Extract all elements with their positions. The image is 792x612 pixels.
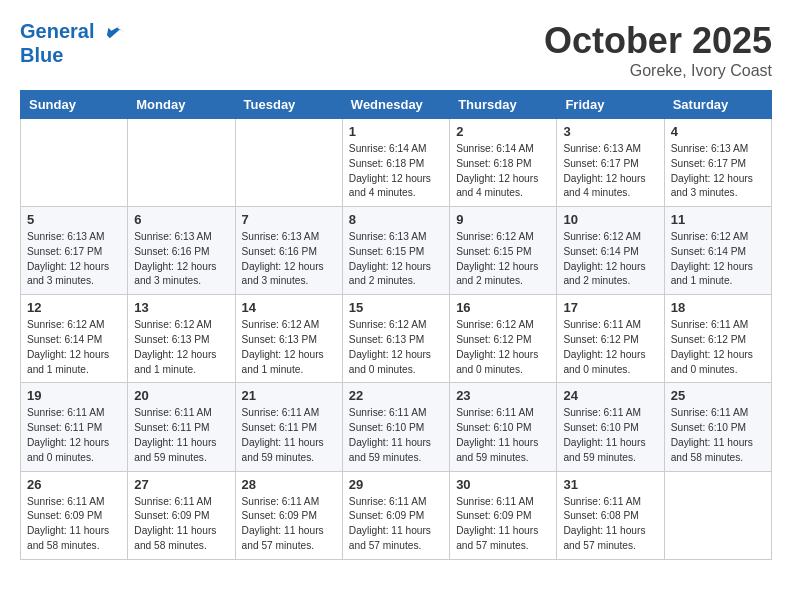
day-number: 13: [134, 300, 228, 315]
day-number: 8: [349, 212, 443, 227]
calendar-cell: 26Sunrise: 6:11 AM Sunset: 6:09 PM Dayli…: [21, 471, 128, 559]
logo: General Blue: [20, 20, 126, 66]
day-info: Sunrise: 6:12 AM Sunset: 6:15 PM Dayligh…: [456, 230, 550, 289]
day-info: Sunrise: 6:11 AM Sunset: 6:11 PM Dayligh…: [27, 406, 121, 465]
day-number: 2: [456, 124, 550, 139]
day-number: 3: [563, 124, 657, 139]
day-info: Sunrise: 6:13 AM Sunset: 6:16 PM Dayligh…: [242, 230, 336, 289]
title-block: October 2025 Goreke, Ivory Coast: [544, 20, 772, 80]
day-info: Sunrise: 6:12 AM Sunset: 6:13 PM Dayligh…: [134, 318, 228, 377]
page-header: General Blue October 2025 Goreke, Ivory …: [20, 20, 772, 80]
day-info: Sunrise: 6:12 AM Sunset: 6:14 PM Dayligh…: [563, 230, 657, 289]
calendar-cell: 31Sunrise: 6:11 AM Sunset: 6:08 PM Dayli…: [557, 471, 664, 559]
day-number: 17: [563, 300, 657, 315]
day-info: Sunrise: 6:11 AM Sunset: 6:10 PM Dayligh…: [671, 406, 765, 465]
weekday-header-tuesday: Tuesday: [235, 91, 342, 119]
weekday-header-sunday: Sunday: [21, 91, 128, 119]
calendar-cell: 7Sunrise: 6:13 AM Sunset: 6:16 PM Daylig…: [235, 207, 342, 295]
calendar-cell: 17Sunrise: 6:11 AM Sunset: 6:12 PM Dayli…: [557, 295, 664, 383]
calendar-cell: 3Sunrise: 6:13 AM Sunset: 6:17 PM Daylig…: [557, 119, 664, 207]
day-info: Sunrise: 6:11 AM Sunset: 6:12 PM Dayligh…: [563, 318, 657, 377]
day-number: 20: [134, 388, 228, 403]
day-number: 15: [349, 300, 443, 315]
calendar-cell: 24Sunrise: 6:11 AM Sunset: 6:10 PM Dayli…: [557, 383, 664, 471]
calendar-week-5: 26Sunrise: 6:11 AM Sunset: 6:09 PM Dayli…: [21, 471, 772, 559]
day-info: Sunrise: 6:11 AM Sunset: 6:09 PM Dayligh…: [134, 495, 228, 554]
calendar-cell: 19Sunrise: 6:11 AM Sunset: 6:11 PM Dayli…: [21, 383, 128, 471]
day-number: 16: [456, 300, 550, 315]
calendar-cell: [128, 119, 235, 207]
calendar-cell: 11Sunrise: 6:12 AM Sunset: 6:14 PM Dayli…: [664, 207, 771, 295]
day-number: 11: [671, 212, 765, 227]
calendar-cell: 6Sunrise: 6:13 AM Sunset: 6:16 PM Daylig…: [128, 207, 235, 295]
calendar-cell: 2Sunrise: 6:14 AM Sunset: 6:18 PM Daylig…: [450, 119, 557, 207]
weekday-header-friday: Friday: [557, 91, 664, 119]
day-number: 28: [242, 477, 336, 492]
day-info: Sunrise: 6:12 AM Sunset: 6:12 PM Dayligh…: [456, 318, 550, 377]
calendar-cell: 18Sunrise: 6:11 AM Sunset: 6:12 PM Dayli…: [664, 295, 771, 383]
day-number: 25: [671, 388, 765, 403]
day-number: 30: [456, 477, 550, 492]
calendar-cell: 30Sunrise: 6:11 AM Sunset: 6:09 PM Dayli…: [450, 471, 557, 559]
day-info: Sunrise: 6:13 AM Sunset: 6:17 PM Dayligh…: [563, 142, 657, 201]
calendar-cell: 22Sunrise: 6:11 AM Sunset: 6:10 PM Dayli…: [342, 383, 449, 471]
weekday-header-wednesday: Wednesday: [342, 91, 449, 119]
day-info: Sunrise: 6:14 AM Sunset: 6:18 PM Dayligh…: [349, 142, 443, 201]
weekday-header-thursday: Thursday: [450, 91, 557, 119]
day-info: Sunrise: 6:11 AM Sunset: 6:12 PM Dayligh…: [671, 318, 765, 377]
calendar-cell: 27Sunrise: 6:11 AM Sunset: 6:09 PM Dayli…: [128, 471, 235, 559]
calendar-cell: 9Sunrise: 6:12 AM Sunset: 6:15 PM Daylig…: [450, 207, 557, 295]
day-info: Sunrise: 6:12 AM Sunset: 6:14 PM Dayligh…: [27, 318, 121, 377]
calendar-cell: 28Sunrise: 6:11 AM Sunset: 6:09 PM Dayli…: [235, 471, 342, 559]
day-info: Sunrise: 6:12 AM Sunset: 6:13 PM Dayligh…: [349, 318, 443, 377]
calendar-cell: 20Sunrise: 6:11 AM Sunset: 6:11 PM Dayli…: [128, 383, 235, 471]
calendar-week-3: 12Sunrise: 6:12 AM Sunset: 6:14 PM Dayli…: [21, 295, 772, 383]
day-info: Sunrise: 6:11 AM Sunset: 6:11 PM Dayligh…: [134, 406, 228, 465]
day-number: 31: [563, 477, 657, 492]
day-number: 18: [671, 300, 765, 315]
day-number: 5: [27, 212, 121, 227]
day-number: 7: [242, 212, 336, 227]
day-number: 12: [27, 300, 121, 315]
calendar-table: SundayMondayTuesdayWednesdayThursdayFrid…: [20, 90, 772, 560]
day-number: 22: [349, 388, 443, 403]
calendar-cell: 14Sunrise: 6:12 AM Sunset: 6:13 PM Dayli…: [235, 295, 342, 383]
calendar-cell: 21Sunrise: 6:11 AM Sunset: 6:11 PM Dayli…: [235, 383, 342, 471]
day-number: 24: [563, 388, 657, 403]
weekday-header-row: SundayMondayTuesdayWednesdayThursdayFrid…: [21, 91, 772, 119]
logo-blue: Blue: [20, 44, 126, 66]
day-info: Sunrise: 6:11 AM Sunset: 6:09 PM Dayligh…: [456, 495, 550, 554]
weekday-header-monday: Monday: [128, 91, 235, 119]
day-number: 10: [563, 212, 657, 227]
day-info: Sunrise: 6:11 AM Sunset: 6:09 PM Dayligh…: [349, 495, 443, 554]
calendar-week-2: 5Sunrise: 6:13 AM Sunset: 6:17 PM Daylig…: [21, 207, 772, 295]
day-info: Sunrise: 6:13 AM Sunset: 6:15 PM Dayligh…: [349, 230, 443, 289]
day-info: Sunrise: 6:11 AM Sunset: 6:10 PM Dayligh…: [349, 406, 443, 465]
calendar-week-4: 19Sunrise: 6:11 AM Sunset: 6:11 PM Dayli…: [21, 383, 772, 471]
day-info: Sunrise: 6:11 AM Sunset: 6:09 PM Dayligh…: [242, 495, 336, 554]
day-number: 21: [242, 388, 336, 403]
calendar-cell: 4Sunrise: 6:13 AM Sunset: 6:17 PM Daylig…: [664, 119, 771, 207]
day-number: 9: [456, 212, 550, 227]
day-number: 26: [27, 477, 121, 492]
month-title: October 2025: [544, 20, 772, 62]
day-number: 1: [349, 124, 443, 139]
calendar-cell: 16Sunrise: 6:12 AM Sunset: 6:12 PM Dayli…: [450, 295, 557, 383]
day-info: Sunrise: 6:14 AM Sunset: 6:18 PM Dayligh…: [456, 142, 550, 201]
calendar-cell: 8Sunrise: 6:13 AM Sunset: 6:15 PM Daylig…: [342, 207, 449, 295]
logo-bird-icon: [104, 22, 126, 44]
calendar-cell: 23Sunrise: 6:11 AM Sunset: 6:10 PM Dayli…: [450, 383, 557, 471]
day-number: 4: [671, 124, 765, 139]
calendar-cell: 25Sunrise: 6:11 AM Sunset: 6:10 PM Dayli…: [664, 383, 771, 471]
calendar-week-1: 1Sunrise: 6:14 AM Sunset: 6:18 PM Daylig…: [21, 119, 772, 207]
calendar-cell: 12Sunrise: 6:12 AM Sunset: 6:14 PM Dayli…: [21, 295, 128, 383]
day-info: Sunrise: 6:11 AM Sunset: 6:10 PM Dayligh…: [563, 406, 657, 465]
weekday-header-saturday: Saturday: [664, 91, 771, 119]
calendar-cell: 15Sunrise: 6:12 AM Sunset: 6:13 PM Dayli…: [342, 295, 449, 383]
logo-general: General: [20, 20, 94, 42]
calendar-cell: [235, 119, 342, 207]
calendar-cell: [21, 119, 128, 207]
day-info: Sunrise: 6:11 AM Sunset: 6:11 PM Dayligh…: [242, 406, 336, 465]
day-number: 27: [134, 477, 228, 492]
location-subtitle: Goreke, Ivory Coast: [544, 62, 772, 80]
